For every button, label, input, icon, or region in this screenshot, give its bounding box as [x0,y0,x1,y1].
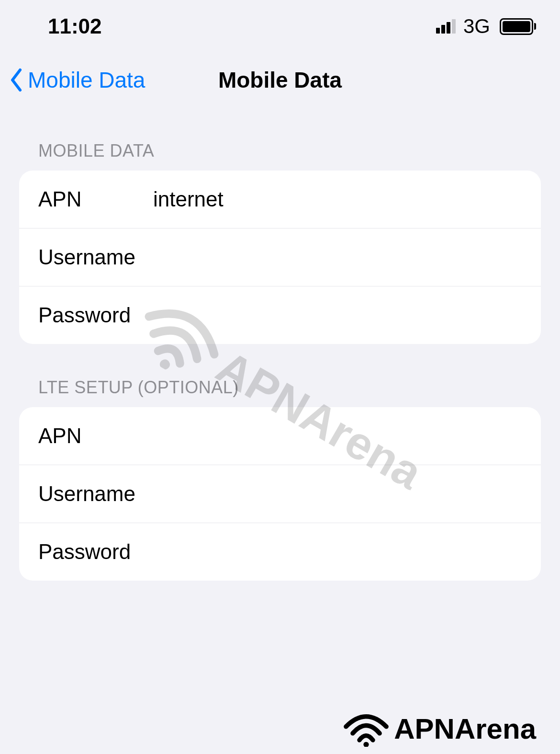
lte-apn-label: APN [38,424,153,448]
apn-label: APN [38,187,153,211]
svg-point-0 [158,358,172,372]
signal-icon [436,19,456,34]
username-input[interactable] [153,245,522,269]
svg-point-1 [364,742,369,747]
row-lte-apn[interactable]: APN [19,407,541,465]
page-title: Mobile Data [218,67,342,93]
section-header-mobile-data: MOBILE DATA [0,141,560,171]
row-lte-password[interactable]: Password [19,523,541,581]
section-group-lte-setup: APN Username Password [19,407,541,581]
lte-password-label: Password [38,540,153,564]
lte-apn-input[interactable] [153,424,522,448]
lte-username-input[interactable] [153,482,522,506]
row-lte-username[interactable]: Username [19,465,541,523]
password-label: Password [38,303,153,327]
status-bar: 11:02 3G [0,0,560,48]
username-label: Username [38,245,153,269]
section-lte-setup: LTE SETUP (OPTIONAL) APN Username Passwo… [0,377,560,581]
wifi-icon [342,711,390,747]
status-time: 11:02 [48,14,102,38]
status-right: 3G [436,15,536,38]
back-button[interactable]: Mobile Data [10,67,145,93]
section-header-lte-setup: LTE SETUP (OPTIONAL) [0,377,560,407]
apn-input[interactable] [153,187,522,211]
chevron-left-icon [10,68,24,92]
row-username[interactable]: Username [19,228,541,286]
section-mobile-data: MOBILE DATA APN Username Password [0,141,560,344]
section-group-mobile-data: APN Username Password [19,171,541,344]
lte-username-label: Username [38,482,153,506]
nav-bar: Mobile Data Mobile Data [0,48,560,107]
row-apn[interactable]: APN [19,171,541,228]
lte-password-input[interactable] [153,540,522,564]
password-input[interactable] [153,303,522,327]
back-label: Mobile Data [28,67,145,93]
watermark-bottom-text: APNArena [394,712,536,745]
row-password[interactable]: Password [19,286,541,344]
network-type: 3G [463,15,490,38]
watermark-bottom: APNArena [342,711,536,747]
battery-icon [500,18,536,35]
